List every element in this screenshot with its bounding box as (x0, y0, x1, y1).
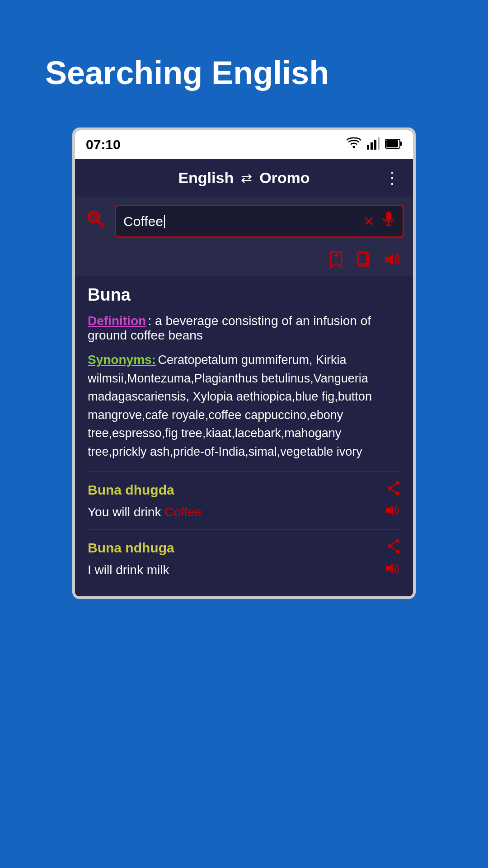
synonyms-block: Synonyms: Ceratopetalum gummiferum, Kirk… (88, 351, 400, 461)
svg-rect-2 (371, 142, 373, 150)
synonyms-text: Ceratopetalum gummiferum, Kirkia wilmsii… (88, 353, 372, 458)
svg-line-25 (389, 483, 398, 488)
copy-icon[interactable] (356, 251, 371, 271)
status-time: 07:10 (86, 137, 121, 152)
english-sentence-1: You will drink Coffee (88, 504, 400, 520)
sentence-row-2: Buna ndhuga I will drink milk (88, 529, 400, 587)
keyword-highlight-1: Coffee (164, 505, 202, 519)
svg-rect-7 (386, 140, 398, 147)
page-title: Searching English (0, 54, 329, 91)
svg-line-10 (98, 221, 104, 227)
sentence-row: Buna dhugda You will drink Coffee (88, 472, 400, 529)
search-icon-wrapper (84, 209, 109, 234)
svg-marker-21 (385, 254, 393, 265)
svg-line-31 (389, 541, 398, 546)
synonyms-label: Synonyms: (88, 353, 156, 367)
svg-marker-33 (386, 563, 393, 573)
battery-icon (385, 138, 402, 152)
speaker-icon[interactable] (383, 252, 400, 270)
definition-block: Definition : a beverage consisting of an… (88, 314, 400, 343)
lang-switch[interactable]: English ⇄ Oromo (178, 169, 310, 187)
content-area: Buna Definition : a beverage consisting … (75, 276, 413, 596)
clear-search-icon[interactable]: ✕ (363, 213, 375, 229)
english-text-2: I will drink milk (88, 563, 169, 577)
svg-point-0 (353, 146, 355, 148)
status-icons (346, 137, 402, 153)
english-text-1: You will drink Coffee (88, 505, 202, 519)
bookmark-icon[interactable] (329, 251, 343, 272)
svg-rect-19 (358, 252, 367, 264)
signal-icon (367, 137, 380, 153)
text-cursor (164, 215, 165, 228)
oromo-sentence-2: Buna ndhuga (88, 539, 400, 557)
search-actions: ✕ (363, 212, 395, 231)
svg-rect-1 (367, 145, 369, 150)
language-to: Oromo (259, 169, 310, 187)
app-header: English ⇄ Oromo ⋮ (75, 159, 413, 197)
svg-rect-4 (378, 137, 380, 150)
search-bar-container: Coffee ✕ (75, 197, 413, 246)
share-icon-1[interactable] (387, 481, 400, 499)
svg-line-26 (389, 488, 398, 494)
mic-icon[interactable] (382, 212, 395, 231)
search-input-box[interactable]: Coffee ✕ (115, 205, 404, 238)
share-icon-2[interactable] (387, 539, 400, 557)
oromo-text-1: Buna dhugda (88, 482, 174, 498)
svg-marker-27 (386, 505, 393, 515)
word-title: Buna (88, 285, 400, 305)
svg-line-32 (389, 546, 398, 552)
speaker-icon-2[interactable] (385, 561, 400, 578)
svg-rect-3 (374, 140, 376, 150)
speaker-icon-1[interactable] (385, 504, 400, 520)
status-bar: 07:10 (75, 130, 413, 159)
svg-rect-6 (400, 142, 402, 146)
phone-frame: 07:10 (72, 127, 416, 599)
oromo-sentence-1: Buna dhugda (88, 481, 400, 499)
toolbar (75, 246, 413, 276)
search-icon (84, 209, 109, 234)
menu-dots-icon[interactable]: ⋮ (384, 169, 400, 188)
english-sentence-2: I will drink milk (88, 561, 400, 578)
search-query-text: Coffee (123, 214, 163, 229)
language-from: English (178, 169, 234, 187)
definition-colon: : (148, 314, 155, 328)
svg-rect-13 (386, 212, 391, 221)
switch-languages-icon[interactable]: ⇄ (241, 170, 252, 186)
oromo-text-2: Buna ndhuga (88, 540, 174, 556)
wifi-icon (346, 137, 361, 153)
svg-line-12 (94, 217, 96, 218)
definition-label: Definition (88, 314, 146, 328)
